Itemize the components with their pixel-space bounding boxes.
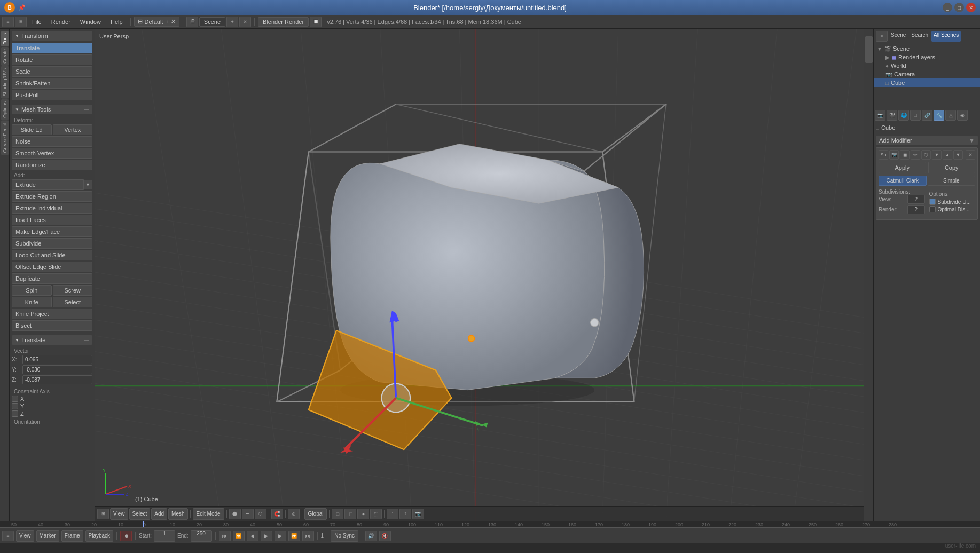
scene-type-icon[interactable]: 🎬: [186, 17, 198, 27]
menu-icon-btn[interactable]: ≡: [2, 17, 14, 27]
world-props-icon[interactable]: 🌐: [898, 110, 909, 121]
layers-2-btn[interactable]: 2: [399, 509, 411, 519]
rendered-view-btn[interactable]: ●: [357, 509, 369, 519]
y-input[interactable]: -0.030: [22, 365, 92, 374]
translate-panel-header[interactable]: ▼ Translate —: [12, 335, 92, 345]
help-menu[interactable]: Help: [106, 18, 127, 26]
apply-btn[interactable]: Apply: [879, 162, 926, 173]
extrude-arrow-btn[interactable]: ▼: [84, 180, 92, 189]
randomize-btn[interactable]: Randomize: [12, 160, 92, 170]
vp-select-btn[interactable]: Select: [129, 508, 151, 520]
proportional-btn[interactable]: ⊙: [288, 509, 300, 519]
vertex-btn[interactable]: Vertex: [53, 124, 93, 135]
spin-btn[interactable]: Spin: [12, 285, 52, 296]
mod-camera-icon[interactable]: 📷: [889, 150, 899, 160]
scene-props-icon[interactable]: 🎬: [887, 110, 897, 121]
mod-delete-icon[interactable]: ✕: [966, 150, 975, 160]
render-props-icon[interactable]: 📷: [875, 110, 885, 121]
timeline-playback-btn[interactable]: Playback: [85, 530, 114, 542]
timeline-marker-btn[interactable]: Marker: [36, 530, 59, 542]
modifier-props-icon[interactable]: 🔧: [934, 110, 944, 121]
render-menu[interactable]: Render: [47, 18, 75, 26]
editor-type-btn[interactable]: ⊞: [15, 17, 27, 27]
scene-x-icon[interactable]: ✕: [239, 17, 251, 27]
jump-end-btn[interactable]: ⏭: [302, 531, 314, 541]
next-frame-btn[interactable]: ▶: [275, 531, 286, 541]
subdivide-u-checkbox[interactable]: [929, 199, 936, 205]
vtab-grease-pencil[interactable]: Grease Pencil: [1, 121, 9, 155]
constraints-icon[interactable]: 🔗: [922, 110, 932, 121]
start-frame-input[interactable]: 1: [154, 530, 175, 542]
noise-btn[interactable]: Noise: [12, 136, 92, 147]
catmull-clark-tab[interactable]: Catmull-Clark: [879, 176, 927, 186]
outliner-world[interactable]: ● World: [874, 61, 980, 70]
extrude-btn[interactable]: Extrude: [12, 179, 84, 190]
mod-type-icon[interactable]: Su: [879, 150, 888, 160]
optimal-dis-checkbox[interactable]: [929, 206, 936, 212]
scene-field[interactable]: Scene: [199, 17, 225, 27]
solid-view-btn[interactable]: □: [332, 509, 343, 519]
make-edge-face-btn[interactable]: Make Edge/Face: [12, 226, 92, 237]
audio-btn[interactable]: 🔊: [365, 531, 377, 541]
z-checkbox[interactable]: [12, 410, 18, 417]
outliner-view-menu[interactable]: Scene: [889, 31, 908, 42]
vtab-create[interactable]: Create: [1, 47, 9, 66]
copy-btn[interactable]: Copy: [928, 162, 976, 173]
push-pull-btn[interactable]: PushPull: [12, 90, 92, 100]
close-button[interactable]: ✕: [966, 3, 976, 12]
object-props-icon[interactable]: □: [910, 110, 921, 121]
viewport-3d[interactable]: User Persp: [95, 29, 864, 521]
knife-project-btn[interactable]: Knife Project: [12, 309, 92, 319]
vtab-shading[interactable]: Shading/UVs: [1, 66, 9, 99]
jump-start-btn[interactable]: ⏮: [219, 531, 231, 541]
offset-edge-btn[interactable]: Offset Edge Slide: [12, 262, 92, 272]
extrude-region-btn[interactable]: Extrude Region: [12, 191, 92, 202]
data-props-icon[interactable]: △: [945, 110, 956, 121]
minimize-button[interactable]: _: [943, 3, 952, 12]
bisect-btn[interactable]: Bisect: [12, 320, 92, 331]
material-props-icon[interactable]: ◉: [957, 110, 968, 121]
viewport-scroll-handle[interactable]: [865, 36, 873, 63]
scale-btn[interactable]: Scale: [12, 66, 92, 77]
outliner-search-btn[interactable]: Search: [909, 31, 930, 42]
select-btn[interactable]: Select: [53, 297, 93, 307]
vertex-mode-btn[interactable]: ⬤: [229, 509, 241, 519]
outliner-renderlayers[interactable]: ▶ ◼ RenderLayers |: [874, 53, 980, 61]
vtab-tools[interactable]: Tools: [1, 31, 9, 46]
simple-tab[interactable]: Simple: [928, 176, 976, 186]
all-scenes-btn[interactable]: All Scenes: [931, 31, 961, 42]
next-keyframe-btn[interactable]: ⏩: [288, 531, 300, 541]
mod-down-icon[interactable]: ▼: [953, 150, 963, 160]
mesh-tools-header[interactable]: ▼ Mesh Tools —: [12, 105, 92, 114]
horizontal-scrollbar[interactable]: -50 -40 -30 -20 -10 0 10 20 30 40 50 60 …: [0, 521, 980, 527]
smooth-vertex-btn[interactable]: Smooth Vertex: [12, 148, 92, 159]
outliner-camera[interactable]: 📷 Camera: [874, 70, 980, 78]
rotate-btn[interactable]: Rotate: [12, 54, 92, 65]
window-menu[interactable]: Window: [76, 18, 105, 26]
timeline-frame-btn[interactable]: Frame: [61, 530, 83, 542]
mod-expand-icon[interactable]: ▼: [932, 150, 942, 160]
face-mode-btn[interactable]: ⬡: [255, 509, 266, 519]
layout-selector[interactable]: ⊞ Default + ✕: [134, 17, 179, 27]
play-btn[interactable]: ▶: [261, 531, 272, 541]
outliner-view-btn[interactable]: ≡: [876, 31, 888, 42]
timeline-editor-icon[interactable]: ≡: [2, 531, 14, 541]
pin-icon[interactable]: 📌: [18, 4, 26, 11]
translate-btn[interactable]: Translate: [12, 43, 92, 53]
view-sub-input[interactable]: 2: [907, 195, 925, 204]
mod-edit-icon[interactable]: ✏: [911, 150, 920, 160]
y-checkbox[interactable]: [12, 403, 18, 409]
knife-btn[interactable]: Knife: [12, 297, 52, 307]
mod-up-icon[interactable]: ▲: [943, 150, 952, 160]
outliner-scene[interactable]: ▼ 🎬 Scene: [874, 44, 980, 53]
slide-edge-btn[interactable]: Slide Ed: [12, 124, 52, 135]
mod-cage-icon[interactable]: ⬡: [921, 150, 931, 160]
loop-cut-btn[interactable]: Loop Cut and Slide: [12, 250, 92, 260]
maximize-button[interactable]: □: [954, 3, 964, 12]
edge-mode-btn[interactable]: ━: [242, 509, 254, 519]
edit-mode-selector[interactable]: Edit Mode: [193, 508, 224, 520]
vtab-options[interactable]: Options: [1, 99, 9, 120]
vp-add-btn[interactable]: Add: [151, 508, 167, 520]
render-sub-input[interactable]: 2: [907, 205, 925, 214]
x-checkbox[interactable]: [12, 396, 18, 402]
